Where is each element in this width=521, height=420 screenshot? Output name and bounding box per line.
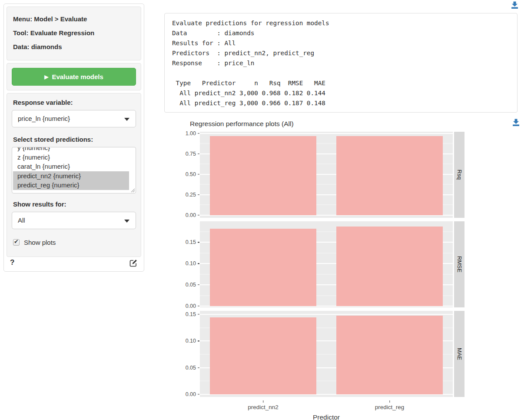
y-tick-label: 0.50 xyxy=(186,171,196,177)
show-plots-row: ✔ Show plots xyxy=(13,239,135,246)
listbox-option-2[interactable]: carat_ln {numeric} xyxy=(13,162,129,171)
facet-mae: 0.150.100.050.00MAE xyxy=(183,311,465,397)
y-tick-mark xyxy=(198,306,199,306)
sidebar: Menu: Model > Evaluate Tool: Evaluate Re… xyxy=(3,3,144,272)
dataset-name: Data: diamonds xyxy=(13,40,135,54)
response-variable-label: Response variable: xyxy=(13,99,135,106)
y-axis: 1.000.750.500.250.00 xyxy=(183,132,200,218)
show-results-value: All xyxy=(18,217,25,224)
show-results-select[interactable]: All xyxy=(12,212,136,229)
show-plots-checkbox[interactable]: ✔ xyxy=(13,239,20,246)
plot-title: Regression performance plots (All) xyxy=(190,120,465,132)
summary-text: Evaluate predictions for regression mode… xyxy=(172,18,517,108)
sidebar-footer: ? xyxy=(10,258,137,268)
y-tick-mark xyxy=(198,194,199,195)
help-icon[interactable]: ? xyxy=(10,258,14,267)
response-variable-value: price_ln {numeric} xyxy=(18,115,70,122)
tool-name: Tool: Evaluate Regression xyxy=(13,26,135,40)
menu-breadcrumb: Menu: Model > Evaluate xyxy=(13,12,135,26)
x-axis-title: Predictor xyxy=(200,413,453,420)
y-tick-label: 0.00 xyxy=(186,391,196,397)
y-tick-label: 0.15 xyxy=(186,239,196,245)
bar-predict_nn2-rsq xyxy=(210,136,316,215)
chevron-down-icon xyxy=(124,220,129,223)
y-tick-mark xyxy=(198,153,199,154)
options-panel: Response variable: price_ln {numeric} Se… xyxy=(7,93,141,257)
response-variable-select[interactable]: price_ln {numeric} xyxy=(12,110,136,127)
listbox-option-0[interactable]: y {numeric} xyxy=(13,147,129,153)
bar-predict_reg-mae xyxy=(336,316,442,394)
facet-rsq: 1.000.750.500.250.00Rsq xyxy=(183,132,465,218)
plot-panel xyxy=(200,132,453,218)
y-tick-mark xyxy=(198,341,199,341)
y-tick-label: 0.10 xyxy=(186,338,196,344)
y-axis: 0.150.100.050.00 xyxy=(183,311,200,397)
plot-panel xyxy=(200,221,453,307)
y-tick-mark xyxy=(198,284,199,285)
y-tick-mark xyxy=(198,215,199,215)
predictions-label: Select stored predictions: xyxy=(13,136,135,143)
x-tick-mark xyxy=(389,400,390,403)
run-panel: ▶Evaluate models xyxy=(7,63,141,90)
facet-strip-label: RMSE xyxy=(456,256,463,273)
y-tick-label: 0.15 xyxy=(186,311,196,317)
resize-handle-icon[interactable] xyxy=(131,188,135,193)
x-tick-label: predict_reg xyxy=(375,404,405,410)
download-plot-icon[interactable] xyxy=(512,119,520,126)
facet-strip-label: MAE xyxy=(456,348,463,360)
evaluate-models-label: Evaluate models xyxy=(52,73,103,80)
plot-panel xyxy=(200,311,453,397)
y-tick-label: 0.10 xyxy=(186,260,196,267)
bar-predict_nn2-rmse xyxy=(210,229,316,306)
bar-predict_reg-rmse xyxy=(336,227,442,306)
facet-strip-label: Rsq xyxy=(456,170,463,180)
show-results-label: Show results for: xyxy=(13,200,135,208)
context-panel: Menu: Model > Evaluate Tool: Evaluate Re… xyxy=(7,7,141,60)
show-plots-label[interactable]: Show plots xyxy=(24,239,56,246)
x-axis: Predictor predict_nn2predict_reg xyxy=(200,400,453,420)
download-summary-icon[interactable] xyxy=(511,1,518,9)
y-tick-label: 1.00 xyxy=(186,130,196,137)
predictions-listbox[interactable]: y {numeric}z {numeric}carat_ln {numeric}… xyxy=(12,147,136,193)
facet-strip: RMSE xyxy=(454,221,465,307)
y-tick-mark xyxy=(198,314,199,314)
x-tick-label: predict_nn2 xyxy=(248,404,279,410)
y-tick-label: 0.25 xyxy=(186,192,196,198)
bar-predict_nn2-mae xyxy=(210,317,316,394)
edit-report-icon[interactable] xyxy=(129,259,137,267)
y-tick-mark xyxy=(198,174,199,174)
y-tick-label: 0.75 xyxy=(186,151,196,157)
grid-major xyxy=(200,133,453,134)
y-tick-label: 0.05 xyxy=(186,365,196,371)
grid-major xyxy=(200,314,453,315)
facet-strip: Rsq xyxy=(454,132,465,218)
y-tick-label: 0.00 xyxy=(186,212,196,218)
y-tick-mark xyxy=(198,242,199,243)
evaluate-models-button[interactable]: ▶Evaluate models xyxy=(12,68,136,86)
chevron-down-icon xyxy=(124,118,129,121)
performance-plot: Regression performance plots (All) 1.000… xyxy=(183,120,465,420)
x-tick-mark xyxy=(263,400,263,403)
listbox-option-1[interactable]: z {numeric} xyxy=(13,153,129,162)
play-icon: ▶ xyxy=(44,74,48,80)
checkmark-icon: ✔ xyxy=(14,238,19,245)
y-tick-mark xyxy=(198,394,199,394)
y-tick-mark xyxy=(198,133,199,133)
listbox-option-3[interactable]: predict_nn2 {numeric} xyxy=(13,171,129,181)
y-tick-label: 0.00 xyxy=(186,303,196,309)
summary-output: Evaluate predictions for regression mode… xyxy=(164,13,518,113)
facet-rmse: 0.150.100.050.00RMSE xyxy=(183,221,465,307)
bar-predict_reg-rsq xyxy=(336,136,442,215)
y-tick-mark xyxy=(198,263,199,263)
y-tick-label: 0.05 xyxy=(186,282,196,288)
y-axis: 0.150.100.050.00 xyxy=(183,221,200,307)
facet-strip: MAE xyxy=(454,311,465,397)
chart-facets: 1.000.750.500.250.00Rsq0.150.100.050.00R… xyxy=(183,132,465,397)
listbox-option-4[interactable]: predict_reg {numeric} xyxy=(13,180,129,190)
y-tick-mark xyxy=(198,367,199,368)
